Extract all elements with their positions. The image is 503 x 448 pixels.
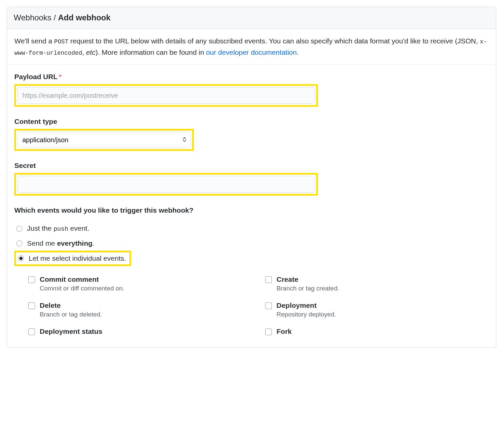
panel-description: We'll send a POST request to the URL bel… (7, 29, 496, 65)
event-title: Deployment status (40, 327, 102, 335)
desc-text: request to the URL below with details of… (68, 37, 480, 45)
radio-label-text: Just the (27, 224, 53, 232)
breadcrumb-parent[interactable]: Webhooks (14, 13, 51, 22)
desc-text: . (297, 48, 299, 56)
content-type-highlight: application/json (14, 129, 194, 151)
radio-individual[interactable]: Let me select individual events. (14, 251, 131, 266)
event-desc: Branch or tag created. (277, 285, 339, 292)
event-deployment[interactable]: Deployment Repository deployed. (265, 301, 489, 318)
desc-text: ). More information can be found in (95, 48, 206, 56)
event-fork[interactable]: Fork (265, 327, 489, 337)
desc-etc: etc (86, 48, 95, 56)
desc-text: We'll send a (14, 37, 54, 45)
checkbox-icon[interactable] (28, 276, 35, 283)
breadcrumb-current: Add webhook (58, 13, 110, 22)
radio-everything[interactable]: Send me everything. (14, 236, 489, 251)
event-create[interactable]: Create Branch or tag created. (265, 275, 489, 292)
event-deployment-status[interactable]: Deployment status (28, 327, 252, 337)
event-title: Deployment (277, 301, 336, 309)
secret-highlight (14, 173, 318, 196)
event-desc: Commit or diff commented on. (40, 285, 124, 292)
content-type-label: Content type (14, 118, 489, 126)
payload-url-label-text: Payload URL (14, 73, 58, 80)
radio-label-text: Let me select individual events. (29, 254, 126, 262)
event-title: Create (277, 275, 339, 283)
event-commit-comment[interactable]: Commit comment Commit or diff commented … (28, 275, 252, 292)
radio-icon (18, 255, 24, 261)
event-title: Fork (277, 327, 292, 335)
radio-label-text: . (92, 239, 94, 247)
content-type-field: Content type application/json (14, 118, 489, 151)
radio-icon (16, 240, 22, 246)
checkbox-icon[interactable] (265, 276, 272, 283)
events-question: Which events would you like to trigger t… (14, 206, 489, 214)
radio-icon (16, 226, 22, 232)
radio-label-bold: everything (57, 239, 92, 247)
event-title: Commit comment (40, 275, 124, 283)
panel-header: Webhooks / Add webhook (7, 7, 496, 29)
radio-label-code: push (53, 226, 68, 233)
secret-label: Secret (14, 162, 489, 170)
payload-url-field: Payload URL* (14, 73, 489, 107)
webhook-panel: Webhooks / Add webhook We'll send a POST… (7, 7, 496, 348)
events-grid: Commit comment Commit or diff commented … (14, 266, 489, 337)
radio-just-push[interactable]: Just the push event. (14, 221, 489, 236)
secret-field: Secret (14, 162, 489, 196)
event-desc: Branch or tag deleted. (40, 311, 102, 318)
event-delete[interactable]: Delete Branch or tag deleted. (28, 301, 252, 318)
secret-input[interactable] (17, 176, 315, 193)
payload-url-label: Payload URL* (14, 73, 489, 81)
payload-url-highlight (14, 84, 318, 107)
breadcrumb-separator: / (51, 13, 58, 22)
checkbox-icon[interactable] (28, 328, 35, 335)
required-mark: * (59, 73, 62, 80)
checkbox-icon[interactable] (265, 328, 272, 335)
event-title: Delete (40, 301, 102, 309)
radio-label-text: Send me (27, 239, 57, 247)
desc-text: , (82, 48, 86, 56)
desc-code-post: POST (54, 38, 68, 45)
events-trigger-section: Which events would you like to trigger t… (14, 206, 489, 337)
developer-docs-link[interactable]: our developer documentation (206, 48, 297, 56)
payload-url-input[interactable] (17, 87, 315, 104)
event-desc: Repository deployed. (277, 311, 336, 318)
checkbox-icon[interactable] (265, 302, 272, 309)
content-type-select[interactable]: application/json (17, 132, 191, 148)
radio-label-text: event. (68, 224, 89, 232)
checkbox-icon[interactable] (28, 302, 35, 309)
form-body: Payload URL* Content type application/js… (7, 65, 496, 337)
